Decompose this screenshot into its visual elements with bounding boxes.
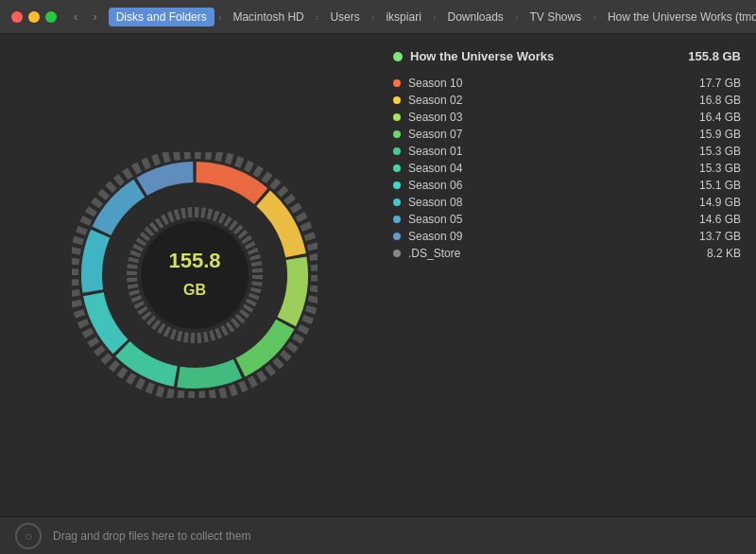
list-item-size: 14.6 GB [675, 213, 741, 226]
list-item[interactable]: .DS_Store8.2 KB [393, 245, 741, 262]
list-item-dot [393, 250, 401, 257]
header-name: How the Universe Works [410, 49, 680, 63]
list-item-size: 15.1 GB [675, 179, 741, 192]
breadcrumb-sep-3: › [433, 11, 437, 23]
breadcrumb-item-0[interactable]: Disks and Folders [109, 8, 215, 26]
close-button[interactable] [11, 11, 23, 23]
traffic-lights [11, 11, 57, 23]
list-item-name: Season 04 [408, 162, 667, 175]
list-header: How the Universe Works 155.8 GB [393, 49, 741, 63]
breadcrumb-sep-2: › [371, 11, 375, 23]
chart-area: 155.8 GB [15, 49, 374, 501]
list-item-dot [393, 96, 401, 104]
list-item-size: 16.4 GB [675, 111, 741, 124]
list-items: Season 1017.7 GBSeason 0216.8 GBSeason 0… [393, 75, 741, 262]
list-item-size: 8.2 KB [675, 247, 741, 260]
breadcrumb-item-6[interactable]: How the Universe Works (tmdb-33827) [600, 8, 756, 26]
list-item-dot [393, 199, 401, 206]
list-item-size: 15.3 GB [675, 145, 741, 158]
header-size: 155.8 GB [688, 49, 741, 63]
svg-point-0 [141, 221, 249, 329]
list-item[interactable]: Season 0514.6 GB [393, 211, 741, 228]
breadcrumb-item-4[interactable]: Downloads [439, 8, 510, 26]
breadcrumb-sep-5: › [593, 11, 596, 23]
breadcrumb-item-3[interactable]: ikspiari [378, 8, 428, 26]
list-item-dot [393, 79, 401, 87]
breadcrumb-sep-1: › [316, 11, 319, 23]
list-item-name: Season 06 [408, 179, 667, 192]
list-item-size: 15.3 GB [675, 162, 741, 175]
list-item-size: 13.7 GB [675, 230, 741, 243]
list-item-name: Season 01 [408, 145, 667, 158]
list-item-name: Season 03 [408, 111, 667, 124]
back-button[interactable]: ‹ [70, 8, 81, 26]
list-item[interactable]: Season 1017.7 GB [393, 75, 741, 92]
main-content: 155.8 GB How the Universe Works 155.8 GB… [0, 34, 756, 516]
breadcrumb-item-2[interactable]: Users [322, 8, 367, 26]
breadcrumb-item-5[interactable]: TV Shows [523, 8, 590, 26]
list-item-dot [393, 233, 401, 240]
list-item[interactable]: Season 0216.8 GB [393, 92, 741, 109]
list-item-dot [393, 130, 401, 138]
minimize-button[interactable] [28, 11, 40, 23]
list-item-dot [393, 216, 401, 223]
list-item-size: 14.9 GB [675, 196, 741, 209]
list-item[interactable]: Season 0715.9 GB [393, 126, 741, 143]
maximize-button[interactable] [45, 11, 57, 23]
file-list: How the Universe Works 155.8 GB Season 1… [374, 49, 741, 501]
list-item-name: Season 02 [408, 94, 667, 107]
list-item-size: 17.7 GB [675, 77, 741, 90]
list-item[interactable]: Season 0115.3 GB [393, 143, 741, 160]
list-item-name: Season 10 [408, 77, 667, 90]
list-item[interactable]: Season 0814.9 GB [393, 194, 741, 211]
list-item[interactable]: Season 0415.3 GB [393, 160, 741, 177]
breadcrumb: Disks and Folders›Macintosh HD›Users›iks… [109, 8, 756, 26]
list-item-name: Season 05 [408, 213, 667, 226]
list-item-dot [393, 113, 401, 121]
list-item-name: .DS_Store [408, 247, 667, 260]
breadcrumb-sep-0: › [218, 11, 222, 23]
list-item-size: 16.8 GB [675, 94, 741, 107]
list-item-name: Season 08 [408, 196, 667, 209]
list-item-name: Season 07 [408, 128, 667, 141]
list-item-dot [393, 182, 401, 189]
bottombar: ○ Drag and drop files here to collect th… [0, 516, 756, 554]
list-item-size: 15.9 GB [675, 128, 741, 141]
titlebar: ‹ › Disks and Folders›Macintosh HD›Users… [0, 0, 756, 34]
breadcrumb-sep-4: › [515, 11, 519, 23]
list-item[interactable]: Season 0615.1 GB [393, 177, 741, 194]
list-item-dot [393, 164, 401, 172]
donut-chart: 155.8 GB [72, 152, 318, 398]
list-item[interactable]: Season 0316.4 GB [393, 109, 741, 126]
breadcrumb-item-1[interactable]: Macintosh HD [225, 8, 311, 26]
list-item[interactable]: Season 0913.7 GB [393, 228, 741, 245]
drop-text: Drag and drop files here to collect them [53, 529, 250, 543]
forward-button[interactable]: › [89, 8, 100, 26]
list-item-name: Season 09 [408, 230, 667, 243]
drop-circle-icon: ○ [15, 523, 42, 549]
list-item-dot [393, 147, 401, 155]
header-dot [393, 52, 403, 61]
